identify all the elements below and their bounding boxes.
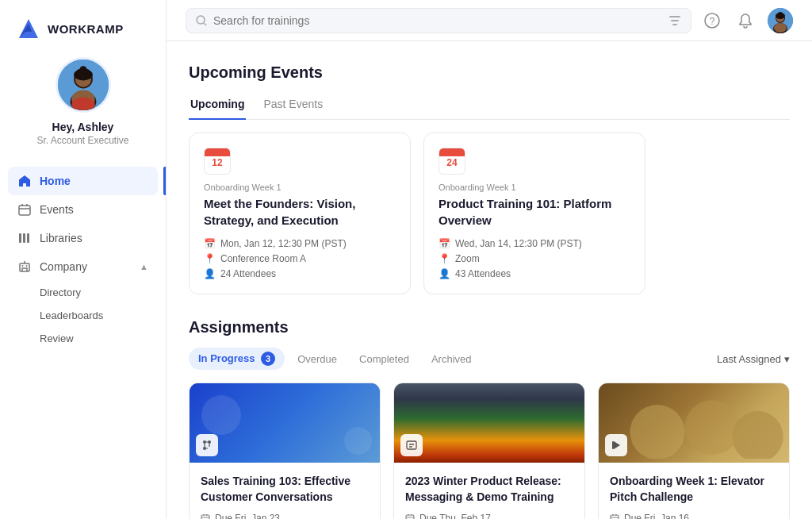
logo-text: WORKRAMP [48,22,124,36]
svg-rect-11 [19,206,30,215]
main-nav: Home Events Libraries Company ▲ Director… [0,167,166,350]
search-box[interactable] [186,8,691,33]
svg-point-28 [774,23,787,33]
user-greeting: Hey, Ashley [52,121,114,133]
svg-point-10 [71,98,94,112]
upcoming-events-section: Upcoming Events Upcoming Past Events 12 … [189,63,790,294]
event-attendees-2: 43 Attendees [455,268,511,279]
event-location-1: Conference Room A [220,253,306,264]
notification-icon[interactable] [734,10,756,32]
event-title-1: Meet the Founders: Vision, Strategy, and… [204,195,396,229]
sidebar-item-review[interactable]: Review [8,327,158,350]
svg-point-32 [208,440,211,444]
assignment-card-body-3: Onboarding Week 1: Elevator Pitch Challe… [599,463,789,519]
event-card-2: 24 Onboarding Week 1 Product Training 10… [423,133,645,294]
sidebar: WORKRAMP Hey, Ashley Sr. Account Executi… [0,0,167,519]
avatar [56,57,111,113]
event-meta-1: 📅 Mon, Jan 12, 12:30 PM (PST) 📍 Conferen… [204,238,396,279]
svg-point-9 [79,66,86,73]
card-image-wrapper-1 [190,383,380,463]
event-week-label-1: Onboarding Week 1 [204,183,396,192]
card-image-1 [190,383,380,463]
sidebar-item-leaderboards[interactable]: Leaderboards [8,304,158,327]
assignment-card-meta-3: Due Fri, Jan 16 30 minutes [610,513,778,519]
sidebar-item-company[interactable]: Company ▲ [8,252,158,281]
location-icon-1: 📍 [204,253,216,264]
event-date-row-1: 📅 Mon, Jan 12, 12:30 PM (PST) [204,238,396,249]
people-icon-1: 👤 [204,268,216,279]
tab-overdue[interactable]: Overdue [288,349,347,369]
svg-rect-20 [671,20,679,21]
event-location-row-2: 📍 Zoom [439,253,630,264]
assignment-card-2: 2023 Winter Product Release: Messaging &… [393,383,585,519]
calendar-icon [17,202,32,217]
event-date-1: Mon, Jan 12, 12:30 PM (PST) [220,238,347,249]
tab-upcoming[interactable]: Upcoming [189,93,246,120]
user-profile-area: Hey, Ashley Sr. Account Executive [36,57,128,146]
sidebar-item-home-label: Home [40,175,71,187]
tab-past-events[interactable]: Past Events [262,93,324,120]
calendar-meta-icon-3 [610,513,619,519]
assignment-card-title-1: Sales Training 103: Effective Customer C… [201,474,369,505]
main-content: Upcoming Events Upcoming Past Events 12 … [167,41,812,519]
assignment-card-meta-2: Due Thu, Feb 17 1 hour [405,513,573,519]
user-role: Sr. Account Executive [36,135,128,146]
sidebar-item-company-label: Company [40,260,87,273]
event-date-2: Wed, Jan 14, 12:30 PM (PST) [455,238,582,249]
assignment-card-3: Onboarding Week 1: Elevator Pitch Challe… [598,383,790,519]
tab-in-progress[interactable]: In Progress 3 [189,348,285,370]
event-week-label-2: Onboarding Week 1 [439,183,630,192]
sidebar-item-libraries[interactable]: Libraries [8,224,158,252]
assignments-title: Assignments [189,318,790,336]
svg-rect-12 [19,233,21,243]
sidebar-item-events-label: Events [40,203,74,216]
svg-point-31 [203,440,206,444]
due-date-row-2: Due Thu, Feb 17 [405,513,573,519]
sort-dropdown[interactable]: Last Assigned ▾ [717,353,790,365]
tab-completed[interactable]: Completed [350,349,419,369]
svg-point-30 [778,12,783,17]
svg-rect-15 [20,263,29,271]
card-image-wrapper-3 [599,383,789,463]
tab-archived[interactable]: Archived [422,349,481,369]
sidebar-item-home[interactable]: Home [8,167,158,195]
main-area: ? Upcoming Events [167,0,812,519]
sidebar-item-directory[interactable]: Directory [8,281,158,304]
event-meta-2: 📅 Wed, Jan 14, 12:30 PM (PST) 📍 Zoom 👤 4… [439,238,630,279]
event-attendees-row-2: 👤 43 Attendees [439,268,630,279]
assignment-card-meta-1: Due Fri, Jan 23 2 hours Sales, Onboardin… [201,513,369,519]
upcoming-events-title: Upcoming Events [189,63,790,82]
filter-icon[interactable] [668,14,681,27]
calendar-icon-box-2: 24 [439,148,465,175]
calendar-small-icon-2: 📅 [439,238,450,249]
building-icon [17,260,32,274]
help-icon[interactable]: ? [701,10,723,32]
svg-rect-14 [27,233,29,243]
event-location-row-1: 📍 Conference Room A [204,253,396,264]
assignments-tab-row: In Progress 3 Overdue Completed Archived… [189,348,790,370]
assignment-card-body-1: Sales Training 103: Effective Customer C… [190,463,380,519]
user-avatar-topbar[interactable] [768,8,793,33]
event-location-2: Zoom [455,253,480,264]
events-tab-row: Upcoming Past Events [189,93,790,120]
assignment-cards-list: Sales Training 103: Effective Customer C… [189,383,790,519]
calendar-icon-box-1: 12 [204,148,231,175]
svg-rect-42 [612,441,614,449]
event-title-2: Product Training 101: Platform Overview [439,195,630,229]
svg-point-16 [22,265,24,267]
sidebar-item-libraries-label: Libraries [40,232,82,244]
topbar: ? [167,0,812,41]
sidebar-item-events[interactable]: Events [8,195,158,224]
card-type-badge-3 [605,434,627,456]
assignments-section: Assignments In Progress 3 Overdue Comple… [189,318,790,519]
workramp-logo-icon [16,16,41,41]
event-cards-list: 12 Onboarding Week 1 Meet the Founders: … [189,133,790,294]
svg-rect-21 [672,24,677,25]
due-date-row-1: Due Fri, Jan 23 [201,513,369,519]
search-input[interactable] [213,14,662,27]
event-attendees-1: 24 Attendees [220,268,276,279]
svg-point-18 [197,16,205,24]
in-progress-badge: 3 [261,352,275,366]
assignment-card-title-3: Onboarding Week 1: Elevator Pitch Challe… [610,474,778,505]
svg-point-33 [203,447,206,450]
